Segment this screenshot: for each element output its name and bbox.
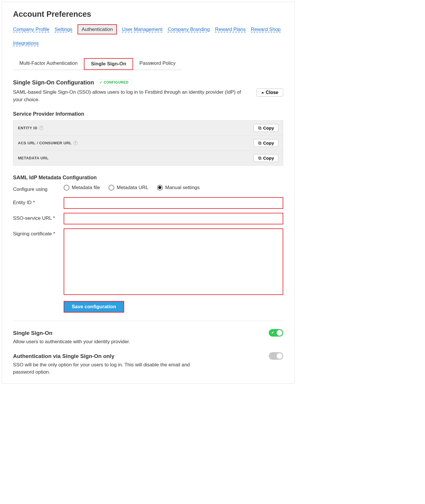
radio-label: Metadata file xyxy=(72,184,100,191)
close-button[interactable]: Close xyxy=(256,88,283,97)
sp-label-text: METADATA URL xyxy=(18,155,49,161)
nav-user-management[interactable]: User Management xyxy=(122,26,163,33)
radio-icon xyxy=(64,185,69,191)
help-icon[interactable]: ? xyxy=(39,126,43,130)
help-icon[interactable]: ? xyxy=(73,141,78,145)
sso-only-toggle-title: Authentication via Single Sign-On only xyxy=(13,352,263,361)
configure-using-label: Configure using xyxy=(13,184,61,193)
divider xyxy=(13,321,283,321)
account-preferences-panel: Account Preferences Company Profile Sett… xyxy=(2,2,295,384)
nav-settings[interactable]: Settings xyxy=(55,26,72,33)
sso-description: SAML-based Single Sign-On (SSO) allows u… xyxy=(13,88,251,103)
nav-company-branding[interactable]: Company Branding xyxy=(168,26,210,33)
svg-rect-4 xyxy=(259,157,261,159)
sp-row-acs-url: ACS URL / CONSUMER URL ? Copy xyxy=(13,136,283,151)
configure-using-radios: Metadata file Metadata URL Manual settin… xyxy=(64,184,283,191)
sso-toggle-title: Single Sign-On xyxy=(13,329,263,337)
copy-label: Copy xyxy=(263,141,274,145)
sp-label-text: ENTITY ID xyxy=(18,125,37,131)
sso-config-title: Single Sign-On Configuration xyxy=(13,78,94,87)
status-badge: ✓ CONFIGURED xyxy=(97,79,132,86)
sp-info-box: ENTITY ID ? Copy ACS URL / CONSUMER URL … xyxy=(13,120,283,166)
close-label: Close xyxy=(266,90,278,95)
sso-only-toggle[interactable] xyxy=(269,352,283,360)
sso-toggle[interactable] xyxy=(269,329,283,337)
top-nav: Company Profile Settings Authentication … xyxy=(13,24,283,47)
sso-url-input[interactable] xyxy=(64,213,283,224)
toggle-knob xyxy=(277,353,282,359)
copy-icon xyxy=(258,141,262,145)
sp-row-entity-id: ENTITY ID ? Copy xyxy=(13,121,283,136)
nav-reward-plans[interactable]: Reward Plans xyxy=(215,26,246,33)
radio-label: Metadata URL xyxy=(117,184,148,191)
caret-up-icon xyxy=(261,92,264,93)
sso-url-label: SSO-service URL * xyxy=(13,213,61,222)
copy-label: Copy xyxy=(263,156,274,160)
radio-icon xyxy=(108,185,114,191)
copy-entity-id-button[interactable]: Copy xyxy=(253,124,279,132)
copy-label: Copy xyxy=(263,125,274,130)
save-configuration-button[interactable]: Save configuration xyxy=(64,301,124,313)
toggle-knob xyxy=(277,330,282,336)
radio-metadata-file[interactable]: Metadata file xyxy=(64,184,100,191)
svg-rect-0 xyxy=(259,127,261,129)
signing-cert-textarea[interactable] xyxy=(64,228,283,295)
tab-mfa[interactable]: Multi-Factor Authentication xyxy=(13,58,84,70)
page-title: Account Preferences xyxy=(13,8,283,20)
sso-toggle-desc: Allow users to authenticate with your id… xyxy=(13,338,198,346)
signing-cert-label: Signing certificate * xyxy=(13,228,61,238)
sp-info-heading: Service Provider Information xyxy=(13,110,283,118)
auth-sub-tabs: Multi-Factor Authentication Single Sign-… xyxy=(13,58,283,70)
status-badge-text: CONFIGURED xyxy=(104,80,128,85)
nav-integrations[interactable]: Integrations xyxy=(13,40,39,47)
radio-manual-settings[interactable]: Manual settings xyxy=(157,184,200,191)
radio-label: Manual settings xyxy=(165,184,200,191)
entity-id-input[interactable] xyxy=(64,197,283,209)
sp-row-metadata-url: METADATA URL Copy xyxy=(13,151,283,165)
radio-metadata-url[interactable]: Metadata URL xyxy=(108,184,148,191)
idp-config-heading: SAML IdP Metadata Configuration xyxy=(13,174,283,182)
entity-id-label: Entity ID * xyxy=(13,197,61,206)
sso-only-toggle-desc: SSO will be the only option for your use… xyxy=(13,361,198,376)
svg-rect-3 xyxy=(258,142,260,144)
sp-label-text: ACS URL / CONSUMER URL xyxy=(18,140,72,146)
tab-password-policy[interactable]: Password Policy xyxy=(133,58,182,70)
copy-icon xyxy=(258,126,262,130)
tab-sso[interactable]: Single Sign-On xyxy=(84,58,133,70)
radio-icon xyxy=(157,185,163,191)
copy-acs-url-button[interactable]: Copy xyxy=(253,139,279,147)
check-icon: ✓ xyxy=(100,80,103,85)
svg-rect-2 xyxy=(259,142,261,144)
svg-rect-1 xyxy=(258,127,260,129)
nav-reward-shop[interactable]: Reward Shop xyxy=(251,26,281,33)
copy-metadata-url-button[interactable]: Copy xyxy=(253,154,279,162)
copy-icon xyxy=(258,156,262,160)
highlight-dot: . xyxy=(150,58,152,65)
svg-rect-5 xyxy=(258,157,260,159)
nav-authentication[interactable]: Authentication xyxy=(78,24,117,35)
nav-company-profile[interactable]: Company Profile xyxy=(13,26,49,33)
